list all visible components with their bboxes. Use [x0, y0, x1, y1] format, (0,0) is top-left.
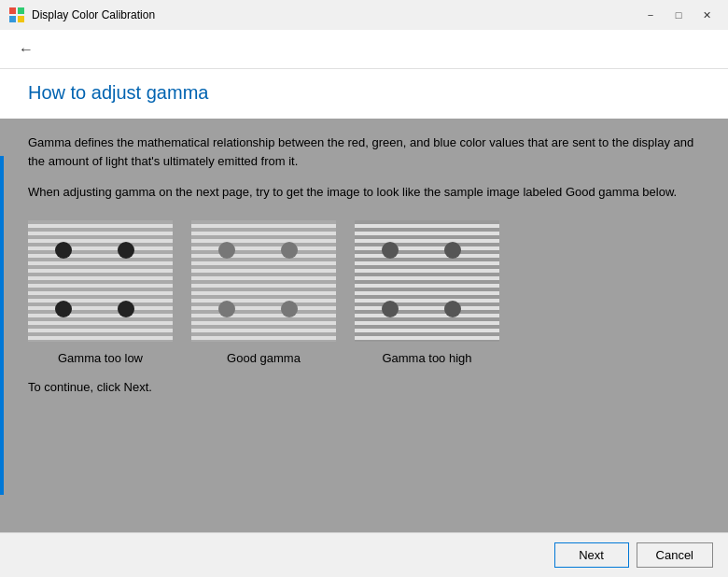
gamma-low-item: Gamma too low [28, 220, 173, 365]
close-button[interactable]: ✕ [694, 6, 719, 24]
gamma-good-item: Good gamma [191, 220, 336, 365]
cancel-button[interactable]: Cancel [637, 542, 713, 568]
gamma-high-item: Gamma too high [355, 220, 499, 365]
continue-text: To continue, click Next. [28, 380, 700, 394]
app-icon [9, 7, 24, 22]
minimize-button[interactable]: − [638, 6, 663, 24]
title-bar-left: Display Color Calibration [9, 7, 155, 22]
description-text-2: When adjusting gamma on the next page, t… [28, 183, 700, 202]
page-title: How to adjust gamma [28, 82, 700, 104]
gamma-samples-row: Gamma too low Good gamma Gamma too high [28, 220, 700, 365]
back-button[interactable]: ← [13, 39, 39, 60]
description-text-1: Gamma defines the mathematical relations… [28, 134, 700, 170]
window-title: Display Color Calibration [32, 8, 155, 21]
content-area: Gamma defines the mathematical relations… [0, 119, 728, 532]
header-section: How to adjust gamma [0, 69, 728, 119]
bottom-bar: Next Cancel [0, 532, 728, 577]
gamma-good-canvas [191, 220, 336, 342]
svg-rect-3 [18, 16, 24, 22]
gamma-high-label: Gamma too high [382, 351, 471, 365]
gamma-high-canvas [355, 220, 499, 342]
svg-rect-1 [18, 7, 24, 14]
title-bar: Display Color Calibration − □ ✕ [0, 0, 728, 30]
nav-bar: ← [0, 30, 728, 69]
svg-rect-0 [9, 7, 16, 14]
gamma-good-label: Good gamma [227, 351, 301, 365]
title-bar-controls: − □ ✕ [638, 6, 719, 24]
gamma-low-canvas [28, 220, 173, 342]
svg-rect-2 [9, 16, 16, 22]
gamma-low-label: Gamma too low [58, 351, 143, 365]
maximize-button[interactable]: □ [666, 6, 691, 24]
next-button[interactable]: Next [554, 542, 629, 568]
